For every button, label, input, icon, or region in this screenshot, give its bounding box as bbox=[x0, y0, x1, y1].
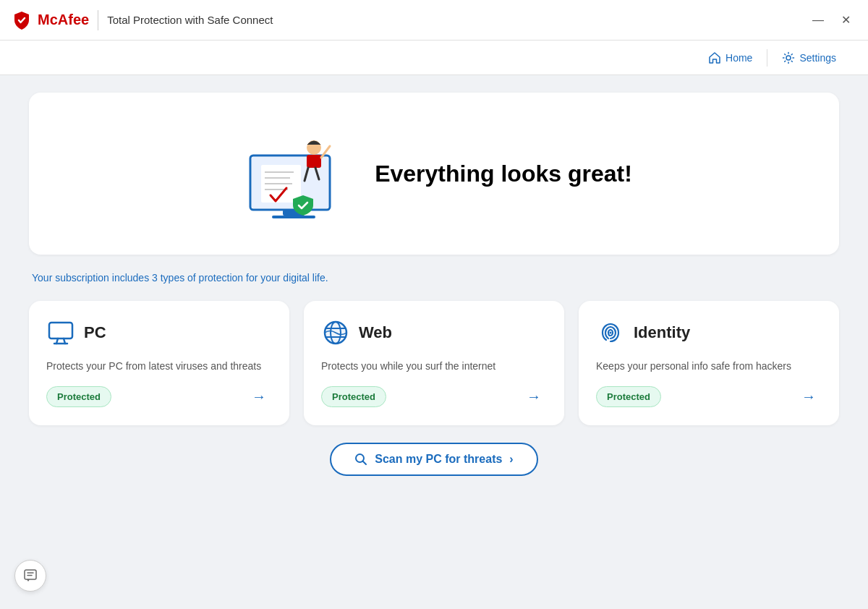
pc-status-badge: Protected bbox=[46, 386, 111, 407]
nav-bar: Home Settings bbox=[0, 41, 868, 75]
home-icon bbox=[708, 51, 721, 64]
subscription-label: Your subscription includes 3 types of pr… bbox=[29, 272, 839, 284]
hero-card: Everything looks great! bbox=[29, 93, 839, 255]
web-card: Web Protects you while you surf the inte… bbox=[304, 301, 564, 425]
web-card-title: Web bbox=[359, 323, 392, 342]
svg-line-26 bbox=[363, 461, 367, 465]
pc-card-header: PC bbox=[46, 318, 272, 347]
identity-card-header: Identity bbox=[596, 318, 822, 347]
pc-card-description: Protects your PC from latest viruses and… bbox=[46, 359, 272, 374]
identity-arrow-button[interactable]: → bbox=[796, 386, 822, 408]
settings-nav-item[interactable]: Settings bbox=[767, 41, 851, 74]
app-title: Total Protection with Safe Connect bbox=[107, 14, 273, 26]
protection-cards: PC Protects your PC from latest viruses … bbox=[29, 301, 839, 425]
svg-rect-11 bbox=[307, 155, 321, 168]
search-icon bbox=[354, 453, 367, 466]
identity-card: Identity Keeps your personal info safe f… bbox=[579, 301, 839, 425]
svg-rect-27 bbox=[25, 570, 36, 579]
scan-button-arrow: › bbox=[509, 453, 513, 466]
globe-icon bbox=[321, 318, 350, 347]
home-nav-item[interactable]: Home bbox=[694, 41, 767, 74]
svg-point-24 bbox=[610, 332, 612, 334]
mcafee-brand-text: McAfee bbox=[38, 12, 89, 28]
web-status-badge: Protected bbox=[321, 386, 386, 407]
settings-nav-label: Settings bbox=[799, 52, 836, 64]
identity-card-footer: Protected → bbox=[596, 386, 822, 408]
close-button[interactable]: ✕ bbox=[835, 10, 856, 30]
svg-rect-4 bbox=[272, 216, 315, 218]
home-nav-label: Home bbox=[726, 52, 752, 64]
feedback-icon bbox=[23, 568, 38, 583]
pc-card-title: PC bbox=[84, 323, 106, 342]
hero-image bbox=[236, 116, 352, 231]
monitor-icon bbox=[46, 318, 75, 347]
main-content: Everything looks great! Your subscriptio… bbox=[0, 75, 868, 609]
web-card-header: Web bbox=[321, 318, 547, 347]
feedback-button[interactable] bbox=[14, 560, 46, 592]
fingerprint-icon bbox=[596, 318, 625, 347]
title-bar: McAfee Total Protection with Safe Connec… bbox=[0, 0, 868, 41]
identity-card-title: Identity bbox=[634, 323, 690, 342]
mcafee-logo: McAfee bbox=[12, 10, 89, 30]
title-divider bbox=[98, 10, 98, 30]
minimize-button[interactable]: — bbox=[807, 11, 830, 30]
title-bar-left: McAfee Total Protection with Safe Connec… bbox=[12, 10, 273, 30]
hero-illustration bbox=[236, 116, 352, 231]
scan-button-label: Scan my PC for threats bbox=[375, 453, 502, 466]
svg-point-0 bbox=[786, 56, 791, 60]
hero-headline: Everything looks great! bbox=[375, 161, 632, 187]
mcafee-logo-icon bbox=[12, 10, 32, 30]
pc-card-footer: Protected → bbox=[46, 386, 272, 408]
svg-rect-15 bbox=[49, 323, 72, 338]
web-arrow-button[interactable]: → bbox=[521, 386, 547, 408]
settings-icon bbox=[782, 51, 795, 64]
web-card-footer: Protected → bbox=[321, 386, 547, 408]
hero-text: Everything looks great! bbox=[375, 161, 632, 187]
window-controls: — ✕ bbox=[807, 10, 856, 30]
identity-status-badge: Protected bbox=[596, 386, 661, 407]
scan-button[interactable]: Scan my PC for threats › bbox=[330, 443, 537, 476]
pc-card: PC Protects your PC from latest viruses … bbox=[29, 301, 289, 425]
web-card-description: Protects you while you surf the internet bbox=[321, 359, 547, 374]
scan-container: Scan my PC for threats › bbox=[29, 443, 839, 482]
identity-card-description: Keeps your personal info safe from hacke… bbox=[596, 359, 822, 374]
pc-arrow-button[interactable]: → bbox=[246, 386, 272, 408]
